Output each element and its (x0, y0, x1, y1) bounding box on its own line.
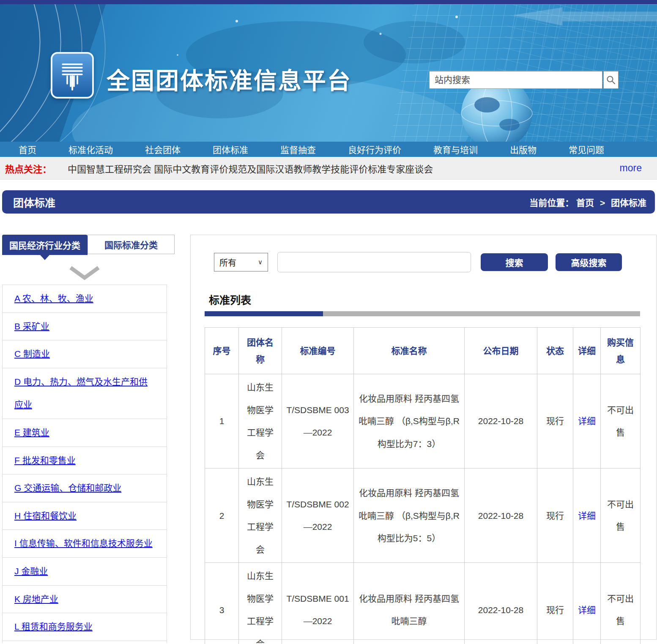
cell-detail: 详细 (573, 563, 601, 644)
hot-topics-label: 热点关注： (5, 162, 52, 175)
nav-item-publications[interactable]: 出版物 (494, 143, 553, 156)
cell-purchase: 不可出售 (601, 374, 641, 469)
cell-purchase: 不可出售 (601, 469, 641, 563)
standards-panel: 所有 ∨ 搜索 高级搜索 标准列表 序号 团体名称 标准编号 标准名称 (190, 235, 657, 640)
search-icon (606, 75, 616, 85)
cell-status: 现行 (537, 469, 573, 563)
platform-logo-glyph (59, 60, 85, 90)
col-detail: 详细 (573, 328, 601, 374)
platform-logo[interactable] (51, 52, 94, 99)
standards-table: 序号 团体名称 标准编号 标准名称 公布日期 状态 详细 购买信息 1 山东生物… (205, 327, 641, 644)
page-title: 团体标准 (13, 195, 55, 210)
breadcrumb: 当前位置： 首页 > 团体标准 (529, 196, 646, 208)
category-select-value: 所有 (219, 256, 236, 269)
active-tab-pointer (40, 255, 49, 260)
title-underline-bar (205, 311, 640, 316)
standard-list-title: 标准列表 (209, 292, 656, 307)
more-link[interactable]: more (620, 162, 642, 174)
cell-org: 山东生物医学工程学会 (239, 374, 282, 469)
cell-seq: 3 (205, 563, 239, 644)
category-item-j[interactable]: J 金融业 (3, 558, 167, 586)
cell-status: 现行 (537, 563, 573, 644)
nav-item-home[interactable]: 首页 (3, 143, 52, 156)
category-select[interactable]: 所有 ∨ (214, 253, 268, 271)
cell-detail: 详细 (573, 469, 601, 563)
table-header-row: 序号 团体名称 标准编号 标准名称 公布日期 状态 详细 购买信息 (205, 328, 641, 374)
nav-item-good-behavior[interactable]: 良好行为评价 (332, 143, 417, 156)
cell-org: 山东生物医学工程学会 (239, 563, 282, 644)
nav-item-faq[interactable]: 常见问题 (553, 143, 620, 156)
category-tabs: 国民经济行业分类 国际标准分类 (2, 235, 175, 255)
section-bar: 团体标准 当前位置： 首页 > 团体标准 (2, 190, 655, 214)
cell-code: T/SDSBME 002—2022 (282, 469, 354, 563)
col-date: 公布日期 (465, 328, 537, 374)
cell-detail: 详细 (573, 374, 601, 469)
site-title: 全国团体标准信息平台 (107, 62, 352, 96)
nav-item-education-training[interactable]: 教育与培训 (417, 143, 494, 156)
search-toolbar: 所有 ∨ 搜索 高级搜索 (214, 252, 656, 272)
col-code: 标准编号 (282, 328, 354, 374)
hot-topics-bar: 热点关注： 中国智慧工程研究会 国际中文教育评价规范及国际汉语教师教学技能评价标… (0, 157, 657, 180)
cell-name: 化妆品用原料 羟丙基四氢吡喃三醇 （β,S构型与β,R构型比为7：3） (354, 374, 465, 469)
nav-item-supervision[interactable]: 监督抽查 (264, 143, 332, 156)
nav-item-group-standards[interactable]: 团体标准 (197, 143, 264, 156)
page: 全国团体标准信息平台 首页 标准化活动 社会团体 团体标准 监督抽查 良好行为评… (0, 0, 657, 644)
detail-link[interactable]: 详细 (578, 416, 596, 426)
advanced-search-button[interactable]: 高级搜索 (556, 253, 622, 271)
table-row: 2 山东生物医学工程学会 T/SDSBME 002—2022 化妆品用原料 羟丙… (205, 469, 641, 563)
top-strip (0, 0, 657, 4)
col-seq: 序号 (205, 328, 239, 374)
tab-label: 国际标准分类 (104, 238, 158, 251)
table-row: 3 山东生物医学工程学会 T/SDSBME 001—2022 化妆品用原料 羟丙… (205, 563, 641, 644)
detail-link[interactable]: 详细 (578, 605, 596, 615)
table-row: 1 山东生物医学工程学会 T/SDSBME 003—2022 化妆品用原料 羟丙… (205, 374, 641, 469)
breadcrumb-separator: > (600, 198, 605, 208)
breadcrumb-current-link[interactable]: 团体标准 (611, 198, 646, 208)
col-status: 状态 (537, 328, 573, 374)
category-list: A 农、林、牧、渔业 B 采矿业 C 制造业 D 电力、热力、燃气及水生产和供应… (2, 285, 167, 643)
detail-link[interactable]: 详细 (578, 511, 596, 521)
category-item-c[interactable]: C 制造业 (3, 340, 167, 368)
site-search-button[interactable] (603, 71, 619, 89)
category-item-e[interactable]: E 建筑业 (3, 419, 167, 447)
cell-seq: 1 (205, 374, 239, 469)
cell-status: 现行 (537, 374, 573, 469)
nav-item-standardization-activities[interactable]: 标准化活动 (52, 143, 129, 156)
site-banner: 全国团体标准信息平台 (0, 4, 657, 142)
cell-code: T/SDSBME 001—2022 (282, 563, 354, 644)
site-search-input[interactable] (429, 71, 602, 89)
col-org: 团体名称 (239, 328, 282, 374)
cell-purchase: 不可出售 (601, 563, 641, 644)
col-name: 标准名称 (354, 328, 465, 374)
category-item-g[interactable]: G 交通运输、仓储和邮政业 (3, 474, 167, 502)
breadcrumb-home-link[interactable]: 首页 (576, 198, 594, 208)
category-item-a[interactable]: A 农、林、牧、渔业 (3, 285, 167, 313)
standard-search-input[interactable] (277, 252, 471, 272)
chevron-down-icon (68, 265, 101, 280)
cell-code: T/SDSBME 003—2022 (282, 374, 354, 469)
col-purchase: 购买信息 (601, 328, 641, 374)
cell-name: 化妆品用原料 羟丙基四氢吡喃三醇 （β,S构型与β,R构型比为5：5） (354, 469, 465, 563)
category-item-i[interactable]: I 信息传输、软件和信息技术服务业 (3, 530, 167, 558)
cell-date: 2022-10-28 (465, 563, 537, 644)
category-item-d[interactable]: D 电力、热力、燃气及水生产和供应业 (3, 368, 167, 419)
category-item-b[interactable]: B 采矿业 (3, 313, 167, 341)
cell-date: 2022-10-28 (465, 374, 537, 469)
category-item-h[interactable]: H 住宿和餐饮业 (3, 502, 167, 530)
breadcrumb-label: 当前位置： (529, 198, 574, 208)
category-item-k[interactable]: K 房地产业 (3, 586, 167, 614)
main-nav: 首页 标准化活动 社会团体 团体标准 监督抽查 良好行为评价 教育与培训 出版物… (0, 142, 657, 157)
cell-org: 山东生物医学工程学会 (239, 469, 282, 563)
search-button[interactable]: 搜索 (481, 253, 548, 271)
tab-national-economy-classification[interactable]: 国民经济行业分类 (2, 235, 88, 255)
nav-item-social-organizations[interactable]: 社会团体 (129, 143, 197, 156)
category-item-l[interactable]: L 租赁和商务服务业 (3, 613, 167, 641)
category-item-f[interactable]: F 批发和零售业 (3, 447, 167, 475)
title-underline-accent (205, 311, 323, 316)
tab-international-standard-classification[interactable]: 国际标准分类 (88, 235, 175, 254)
cell-name: 化妆品用原料 羟丙基四氢吡喃三醇 (354, 563, 465, 644)
cell-date: 2022-10-28 (465, 469, 537, 563)
hot-topic-headline[interactable]: 中国智慧工程研究会 国际中文教育评价规范及国际汉语教师教学技能评价标准专家座谈会 (68, 162, 433, 175)
cell-seq: 2 (205, 469, 239, 563)
category-sidebar: 国民经济行业分类 国际标准分类 A 农、林、牧、渔业 B 采矿业 C 制造业 D… (2, 235, 175, 643)
